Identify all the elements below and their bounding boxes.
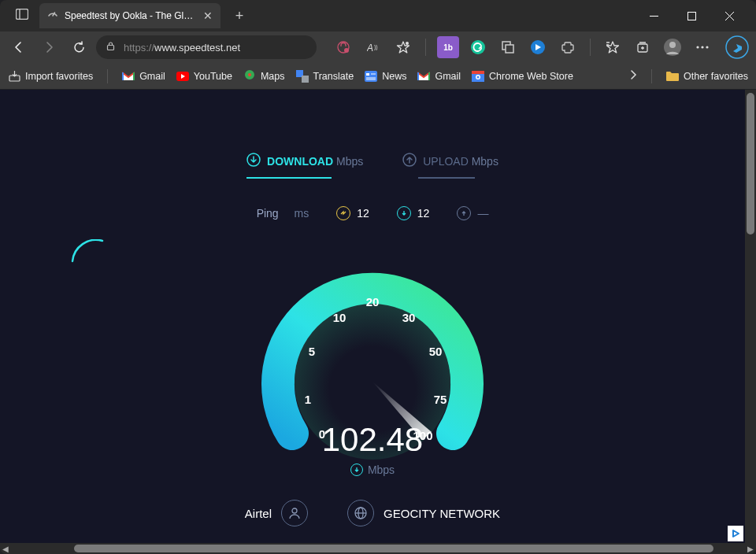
gmail-icon [122, 70, 135, 83]
down-icon [397, 206, 411, 220]
close-button[interactable] [715, 4, 743, 28]
speed-value: 102.48 [254, 421, 491, 459]
profile-icon[interactable] [662, 36, 684, 58]
svg-rect-42 [428, 72, 430, 80]
ping-idle: 12 [336, 206, 369, 220]
translate-icon [296, 70, 309, 83]
import-favorites-button[interactable]: Import favorites [8, 70, 93, 83]
new-tab-button[interactable]: + [228, 5, 250, 27]
svg-rect-30 [122, 72, 124, 80]
folder-icon [666, 70, 679, 83]
bookmark-gmail-2[interactable]: Gmail [417, 70, 461, 83]
refresh-button[interactable] [66, 35, 91, 60]
svg-rect-36 [365, 71, 377, 82]
bookmark-translate[interactable]: Translate [296, 70, 354, 83]
forward-button[interactable] [36, 35, 61, 60]
back-button[interactable] [6, 35, 32, 60]
svg-point-25 [696, 46, 699, 48]
down-arrow-icon [350, 464, 363, 476]
extension-2-icon[interactable] [497, 36, 519, 58]
browser-tab[interactable]: Speedtest by Ookla - The Global ✕ [39, 3, 220, 28]
upload-icon [402, 153, 417, 169]
download-tab[interactable]: DOWNLOAD Mbps [246, 153, 363, 179]
maximize-button[interactable] [677, 4, 706, 28]
horizontal-scrollbar[interactable]: ◀ ▶ [0, 543, 756, 554]
svg-text:50: 50 [429, 345, 443, 358]
svg-point-9 [344, 48, 349, 53]
lock-icon [106, 41, 116, 54]
favorite-icon[interactable] [392, 36, 414, 58]
svg-rect-35 [302, 76, 309, 83]
import-label: Import favorites [25, 71, 93, 82]
svg-rect-4 [687, 12, 695, 20]
extensions-menu-icon[interactable] [557, 36, 579, 58]
user-icon [281, 500, 308, 526]
svg-point-59 [292, 508, 297, 513]
decorative-arc [71, 239, 110, 263]
server-name[interactable]: GEOCITY NETWORK [347, 500, 500, 526]
tab-title: Speedtest by Ookla - The Global [65, 10, 197, 21]
download-icon [246, 153, 261, 169]
extension-1-icon[interactable]: 1b [437, 36, 459, 58]
svg-rect-15 [506, 45, 513, 53]
svg-text:10: 10 [333, 311, 346, 324]
scroll-right-icon[interactable]: ▶ [745, 545, 756, 553]
speed-gauge: 0 1 5 10 20 30 50 75 100 102.48 Mbps [254, 264, 491, 484]
ad-badge[interactable] [728, 526, 743, 541]
upload-tab[interactable]: UPLOAD Mbps [402, 153, 498, 179]
bookmarks-overflow-icon[interactable] [629, 69, 637, 83]
svg-point-28 [726, 36, 748, 58]
svg-text:A: A [367, 42, 373, 54]
favorites-bar-icon[interactable] [602, 36, 624, 58]
ping-row: Ping ms 12 12 — [0, 206, 745, 220]
speedtest-favicon [47, 9, 58, 23]
minimize-button[interactable] [639, 4, 668, 28]
other-favorites-button[interactable]: Other favorites [666, 70, 748, 83]
svg-point-46 [477, 76, 480, 78]
ping-download: 12 [397, 206, 430, 220]
svg-rect-7 [108, 46, 114, 50]
address-bar[interactable]: https://www.speedtest.net [96, 35, 317, 59]
scroll-thumb[interactable] [747, 93, 754, 235]
grammarly-icon[interactable] [467, 36, 489, 58]
close-icon[interactable]: ✕ [203, 9, 213, 22]
bookmark-maps[interactable]: Maps [243, 70, 285, 83]
read-aloud-icon[interactable]: A)) [362, 36, 384, 58]
extension-3-icon[interactable] [527, 36, 549, 58]
svg-text:1: 1 [305, 393, 311, 406]
window-titlebar: Speedtest by Ookla - The Global ✕ + [0, 0, 756, 31]
ping-unit: ms [295, 207, 309, 220]
more-icon[interactable] [691, 36, 713, 58]
url-text: https://www.speedtest.net [124, 42, 240, 54]
result-tabs: DOWNLOAD Mbps UPLOAD Mbps [0, 153, 745, 179]
scroll-left-icon[interactable]: ◀ [0, 545, 11, 553]
browser-toolbar: https://www.speedtest.net A)) 1b [0, 31, 756, 63]
svg-text:5: 5 [309, 345, 315, 358]
svg-point-27 [706, 46, 708, 48]
up-icon [457, 206, 471, 220]
speed-unit: Mbps [254, 464, 491, 476]
svg-point-26 [701, 46, 703, 48]
svg-text:20: 20 [366, 295, 380, 308]
news-icon [365, 70, 377, 83]
bing-chat-icon[interactable] [724, 35, 750, 60]
svg-rect-37 [366, 73, 369, 76]
scroll-thumb[interactable] [74, 545, 713, 552]
shopping-icon[interactable] [332, 36, 354, 58]
youtube-icon [176, 70, 189, 83]
gmail-icon [417, 70, 430, 83]
vertical-scrollbar[interactable] [745, 90, 756, 543]
svg-rect-44 [472, 71, 484, 74]
chrome-store-icon [472, 70, 484, 83]
tab-actions-icon[interactable] [9, 2, 35, 27]
bookmarks-bar: Import favorites Gmail YouTube Maps Tran… [0, 63, 756, 90]
bookmark-chrome-web-store[interactable]: Chrome Web Store [472, 70, 573, 83]
svg-text:)): )) [374, 44, 378, 50]
svg-point-33 [248, 73, 251, 76]
isp-name[interactable]: Airtel [245, 500, 308, 526]
globe-icon [347, 500, 374, 526]
bookmark-youtube[interactable]: YouTube [176, 70, 232, 83]
bookmark-gmail[interactable]: Gmail [122, 70, 165, 83]
collections-icon[interactable] [632, 36, 654, 58]
bookmark-news[interactable]: News [365, 70, 406, 83]
